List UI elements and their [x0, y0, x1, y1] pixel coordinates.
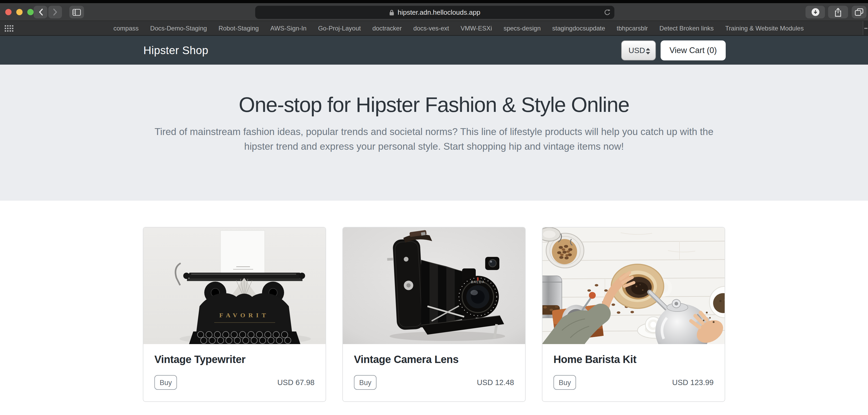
tab-overview-button[interactable] — [852, 6, 866, 19]
bookmark-item[interactable]: Robot-Staging — [218, 24, 259, 32]
brand-logo[interactable]: Hipster Shop — [143, 44, 209, 57]
product-grid: FAVORIT Vintage Typewriter Buy USD 67.98 — [0, 227, 868, 402]
dash-icon — [864, 28, 867, 29]
bookmark-item[interactable]: stagingdocsupdate — [552, 24, 605, 32]
hero-section: One-stop for Hipster Fashion & Style Onl… — [0, 65, 868, 201]
bookmarks-grid-icon[interactable] — [5, 25, 14, 34]
product-image-typewriter[interactable]: FAVORIT — [143, 228, 326, 344]
bookmark-item[interactable]: Go-Proj-Layout — [318, 24, 361, 32]
menu-bar-strip — [0, 0, 868, 3]
lock-icon — [389, 9, 394, 16]
hero-subtitle: Tired of mainstream fashion ideas, popul… — [141, 124, 727, 154]
product-price: USD 12.48 — [477, 378, 514, 387]
bookmark-item[interactable]: Docs-Demo-Staging — [150, 24, 207, 32]
currency-select[interactable]: USD — [621, 40, 656, 60]
product-info: Vintage Camera Lens Buy USD 12.48 — [343, 344, 525, 401]
sidebar-toggle-button[interactable] — [69, 6, 84, 19]
view-cart-button[interactable]: View Cart (0) — [660, 40, 726, 60]
bookmark-item[interactable]: specs-design — [503, 24, 540, 32]
refresh-button[interactable] — [604, 9, 611, 17]
header-controls: USD View Cart (0) — [621, 40, 726, 60]
bookmark-item[interactable]: docs-ves-ext — [413, 24, 449, 32]
hero-title: One-stop for Hipster Fashion & Style Onl… — [0, 65, 868, 117]
window-controls — [5, 9, 34, 15]
product-title[interactable]: Vintage Typewriter — [154, 354, 314, 366]
currency-value: USD — [628, 46, 645, 55]
buy-button[interactable]: Buy — [154, 375, 177, 390]
bookmarks-overflow-button[interactable] — [863, 21, 868, 35]
refresh-icon — [604, 9, 611, 16]
bookmark-item[interactable]: tbhpcarsblr — [617, 24, 648, 32]
url-text: hipster.adn.helloclouds.app — [398, 8, 480, 16]
minimize-window-button[interactable] — [16, 9, 23, 15]
chevron-right-icon — [52, 8, 58, 16]
camera-brand-text: BALDA — [471, 280, 485, 284]
select-arrows-icon — [645, 47, 651, 56]
product-card-vintage-typewriter: FAVORIT Vintage Typewriter Buy USD 67.98 — [143, 227, 326, 402]
address-bar[interactable]: hipster.adn.helloclouds.app — [255, 6, 614, 19]
forward-button[interactable] — [48, 6, 62, 19]
product-price: USD 67.98 — [277, 378, 314, 387]
back-button[interactable] — [34, 6, 47, 19]
tabs-icon — [855, 8, 863, 16]
camera-illustration: BALDA — [343, 228, 525, 344]
typewriter-brand-text: FAVORIT — [219, 312, 269, 319]
product-image-barista[interactable] — [542, 228, 725, 344]
share-button[interactable] — [828, 6, 848, 19]
buy-button[interactable]: Buy — [354, 375, 377, 390]
zoom-window-button[interactable] — [27, 9, 34, 15]
bookmark-item[interactable]: VMW-ESXi — [461, 24, 492, 32]
bookmarks-list: compass Docs-Demo-Staging Robot-Staging … — [114, 24, 804, 32]
product-card-home-barista-kit: Home Barista Kit Buy USD 123.99 — [542, 227, 725, 402]
barista-illustration — [542, 228, 725, 344]
bookmark-item[interactable]: compass — [114, 24, 138, 32]
site-header: Hipster Shop USD View Cart (0) — [0, 36, 868, 65]
product-info: Vintage Typewriter Buy USD 67.98 — [143, 344, 326, 401]
chevron-left-icon — [37, 8, 43, 16]
download-icon — [811, 8, 819, 16]
safari-window: hipster.adn.helloclouds.app — [0, 0, 868, 415]
close-window-button[interactable] — [5, 9, 11, 15]
downloads-button[interactable] — [806, 6, 825, 19]
bookmark-item[interactable]: doctracker — [372, 24, 402, 32]
bookmark-item[interactable]: AWS-Sign-In — [271, 24, 307, 32]
typewriter-illustration: FAVORIT — [143, 228, 326, 344]
product-price: USD 123.99 — [672, 378, 714, 387]
product-title[interactable]: Home Barista Kit — [554, 354, 714, 366]
product-title[interactable]: Vintage Camera Lens — [354, 354, 514, 366]
product-image-camera[interactable]: BALDA — [343, 228, 525, 344]
browser-toolbar: hipster.adn.helloclouds.app — [0, 3, 868, 21]
buy-button[interactable]: Buy — [554, 375, 576, 390]
share-icon — [834, 8, 842, 17]
bookmark-item[interactable]: Detect Broken links — [659, 24, 714, 32]
bookmarks-bar: compass Docs-Demo-Staging Robot-Staging … — [0, 21, 868, 36]
product-info: Home Barista Kit Buy USD 123.99 — [542, 344, 725, 401]
bookmark-item[interactable]: Training & Website Modules — [725, 24, 804, 32]
sidebar-icon — [72, 9, 81, 16]
product-card-vintage-camera-lens: BALDA Vintage Camera Lens Buy USD 12.48 — [342, 227, 526, 402]
